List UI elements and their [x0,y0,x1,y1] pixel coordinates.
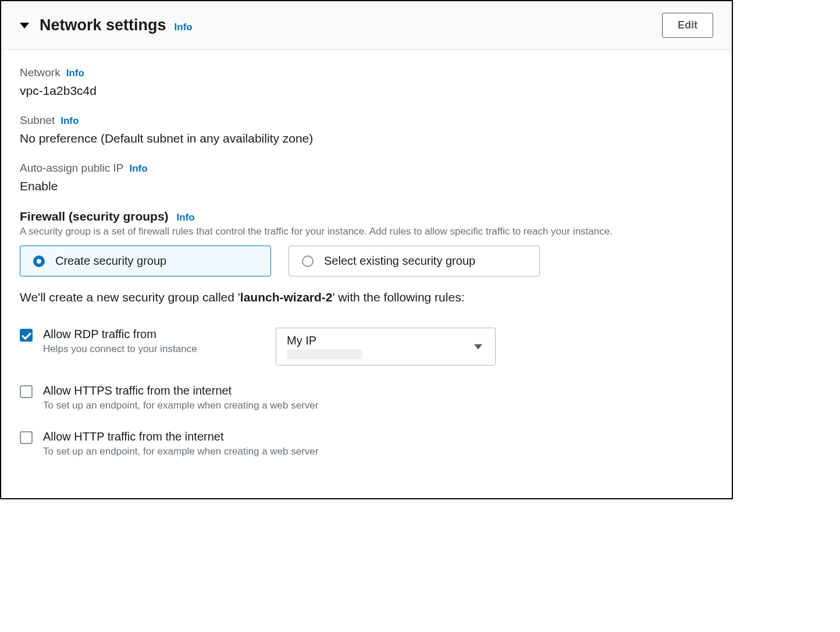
firewall-heading: Firewall (security groups) [20,210,169,223]
note-suffix: ' with the following rules: [333,290,465,304]
network-value: vpc-1a2b3c4d [20,84,713,98]
firewall-info-link[interactable]: Info [177,212,195,223]
rule-https-label: Allow HTTPS traffic from the internet [43,384,713,397]
rule-https-help: To set up an endpoint, for example when … [43,400,713,411]
public-ip-label: Auto-assign public IP [20,162,124,175]
rule-http-label: Allow HTTP traffic from the internet [43,430,713,443]
note-prefix: We'll create a new security group called… [20,290,240,304]
rule-rdp-source-select[interactable]: My IP [276,328,496,365]
rule-rdp-help: Helps you connect to your instance [43,343,252,355]
edit-button[interactable]: Edit [662,13,713,38]
firewall-section: Firewall (security groups) Info A securi… [20,210,713,457]
radio-create-security-group[interactable]: Create security group [20,246,271,276]
panel-title: Network settings [40,16,166,34]
network-label-row: Network Info [20,66,713,79]
public-ip-label-row: Auto-assign public IP Info [20,162,713,175]
rule-http-checkbox[interactable] [20,431,33,444]
firewall-description: A security group is a set of firewall ru… [20,226,713,237]
header-left: Network settings Info [20,16,193,34]
radio-create-label: Create security group [55,254,166,268]
radio-icon [33,255,45,267]
radio-icon [302,255,314,267]
public-ip-value: Enable [20,179,713,193]
radio-select-existing-security-group[interactable]: Select existing security group [289,246,540,276]
firewall-radio-group: Create security group Select existing se… [20,246,713,276]
rule-rdp-ip-redacted [287,349,362,359]
rule-http-text: Allow HTTP traffic from the internet To … [43,430,713,457]
header-info-link[interactable]: Info [175,22,193,33]
network-label: Network [20,66,60,79]
caret-down-icon[interactable] [20,23,29,29]
rule-https-text: Allow HTTPS traffic from the internet To… [43,384,713,411]
rule-rdp-row: Allow RDP traffic from Helps you connect… [20,328,713,365]
rule-rdp-content: Allow RDP traffic from Helps you connect… [43,328,713,365]
subnet-label-row: Subnet Info [20,114,713,127]
network-info-link[interactable]: Info [66,68,84,79]
rule-rdp-checkbox[interactable] [20,329,33,342]
panel-header: Network settings Info Edit [1,1,732,50]
rule-https-row: Allow HTTPS traffic from the internet To… [20,384,713,411]
subnet-info-link[interactable]: Info [60,115,79,127]
rule-rdp-label: Allow RDP traffic from [43,328,252,341]
caret-down-icon [474,344,482,349]
panel-body: Network Info vpc-1a2b3c4d Subnet Info No… [1,50,732,498]
subnet-value: No preference (Default subnet in any ava… [20,132,713,145]
note-sg-name: launch-wizard-2 [240,290,333,304]
firewall-heading-row: Firewall (security groups) Info [20,210,713,223]
subnet-label: Subnet [20,114,55,127]
subnet-field: Subnet Info No preference (Default subne… [20,114,713,145]
rule-rdp-text: Allow RDP traffic from Helps you connect… [43,328,252,355]
rule-https-checkbox[interactable] [20,385,33,398]
public-ip-field: Auto-assign public IP Info Enable [20,162,713,193]
network-settings-panel: Network settings Info Edit Network Info … [0,0,733,499]
public-ip-info-link[interactable]: Info [130,163,148,175]
rule-http-help: To set up an endpoint, for example when … [43,446,713,457]
new-sg-note: We'll create a new security group called… [20,290,713,304]
rule-http-row: Allow HTTP traffic from the internet To … [20,430,713,457]
network-field: Network Info vpc-1a2b3c4d [20,66,713,98]
rule-rdp-source-value: My IP [287,334,485,347]
radio-existing-label: Select existing security group [324,254,475,268]
